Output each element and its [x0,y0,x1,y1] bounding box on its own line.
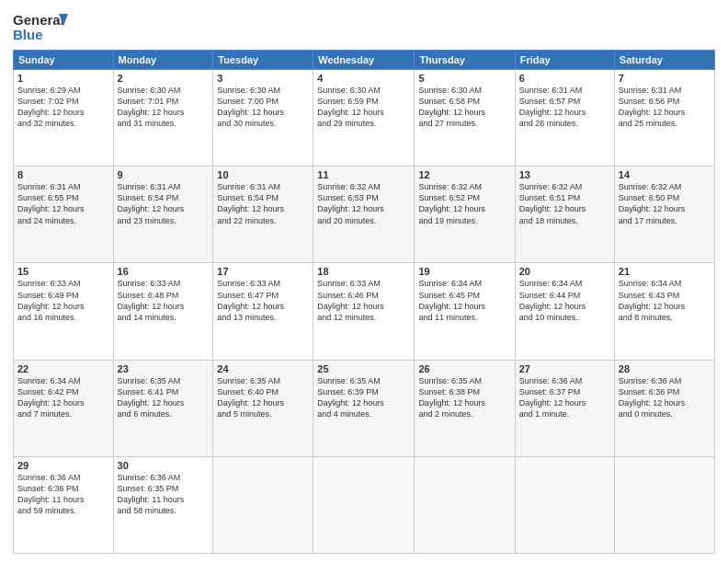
day-info: Sunrise: 6:32 AM Sunset: 6:52 PM Dayligh… [418,181,510,226]
day-info: Sunrise: 6:36 AM Sunset: 6:35 PM Dayligh… [118,472,210,517]
day-cell: 16Sunrise: 6:33 AM Sunset: 6:48 PM Dayli… [113,263,213,360]
day-cell: 20Sunrise: 6:34 AM Sunset: 6:44 PM Dayli… [515,263,614,360]
day-info: Sunrise: 6:33 AM Sunset: 6:49 PM Dayligh… [17,278,109,323]
day-cell [415,456,515,553]
day-cell: 1Sunrise: 6:29 AM Sunset: 7:02 PM Daylig… [14,70,114,167]
day-info: Sunrise: 6:33 AM Sunset: 6:46 PM Dayligh… [317,278,410,323]
day-cell: 13Sunrise: 6:32 AM Sunset: 6:51 PM Dayli… [515,167,614,263]
day-number: 1 [17,73,109,84]
weekday-header-friday: Friday [515,51,614,70]
day-info: Sunrise: 6:35 AM Sunset: 6:38 PM Dayligh… [418,375,510,420]
day-info: Sunrise: 6:32 AM Sunset: 6:53 PM Dayligh… [317,181,410,226]
day-cell: 26Sunrise: 6:35 AM Sunset: 6:38 PM Dayli… [415,360,515,456]
day-cell: 28Sunrise: 6:36 AM Sunset: 6:36 PM Dayli… [614,360,714,456]
day-number: 15 [17,266,109,277]
day-number: 17 [217,266,309,277]
day-number: 5 [418,73,510,84]
day-info: Sunrise: 6:34 AM Sunset: 6:42 PM Dayligh… [17,375,109,420]
day-number: 2 [118,73,210,84]
day-info: Sunrise: 6:31 AM Sunset: 6:54 PM Dayligh… [118,181,210,226]
day-number: 12 [418,169,510,180]
day-cell: 12Sunrise: 6:32 AM Sunset: 6:52 PM Dayli… [415,167,515,263]
day-number: 8 [17,169,109,180]
day-number: 27 [519,363,610,374]
week-row-1: 1Sunrise: 6:29 AM Sunset: 7:02 PM Daylig… [14,70,715,167]
day-info: Sunrise: 6:33 AM Sunset: 6:47 PM Dayligh… [217,278,309,323]
day-number: 21 [619,266,711,277]
day-cell: 10Sunrise: 6:31 AM Sunset: 6:54 PM Dayli… [213,167,313,263]
day-cell: 22Sunrise: 6:34 AM Sunset: 6:42 PM Dayli… [14,360,114,456]
week-row-3: 15Sunrise: 6:33 AM Sunset: 6:49 PM Dayli… [14,263,715,360]
day-number: 26 [418,363,510,374]
day-info: Sunrise: 6:35 AM Sunset: 6:40 PM Dayligh… [217,375,309,420]
calendar-page: GeneralBlue SundayMondayTuesdayWednesday… [0,0,728,563]
day-cell: 18Sunrise: 6:33 AM Sunset: 6:46 PM Dayli… [313,263,415,360]
day-number: 3 [217,73,309,84]
svg-text:General: General [13,12,64,28]
day-number: 9 [118,169,210,180]
day-number: 4 [317,73,410,84]
day-info: Sunrise: 6:31 AM Sunset: 6:55 PM Dayligh… [17,181,109,226]
day-cell: 19Sunrise: 6:34 AM Sunset: 6:45 PM Dayli… [415,263,515,360]
weekday-header-sunday: Sunday [14,51,114,70]
day-number: 6 [519,73,610,84]
day-cell: 2Sunrise: 6:30 AM Sunset: 7:01 PM Daylig… [113,70,213,167]
day-info: Sunrise: 6:34 AM Sunset: 6:43 PM Dayligh… [619,278,711,323]
day-cell: 4Sunrise: 6:30 AM Sunset: 6:59 PM Daylig… [313,70,415,167]
day-number: 16 [118,266,210,277]
day-info: Sunrise: 6:31 AM Sunset: 6:54 PM Dayligh… [217,181,309,226]
day-cell: 15Sunrise: 6:33 AM Sunset: 6:49 PM Dayli… [14,263,114,360]
day-number: 22 [17,363,109,374]
day-info: Sunrise: 6:31 AM Sunset: 6:56 PM Dayligh… [619,85,711,130]
day-cell: 14Sunrise: 6:32 AM Sunset: 6:50 PM Dayli… [614,167,714,263]
day-info: Sunrise: 6:34 AM Sunset: 6:44 PM Dayligh… [519,278,610,323]
day-number: 13 [519,169,610,180]
day-number: 18 [317,266,410,277]
weekday-header-row: SundayMondayTuesdayWednesdayThursdayFrid… [14,51,715,70]
calendar-table: SundayMondayTuesdayWednesdayThursdayFrid… [13,50,715,554]
logo: GeneralBlue [13,9,68,44]
day-number: 29 [17,460,109,471]
day-cell: 25Sunrise: 6:35 AM Sunset: 6:39 PM Dayli… [313,360,415,456]
logo-svg: GeneralBlue [13,9,68,44]
day-info: Sunrise: 6:33 AM Sunset: 6:48 PM Dayligh… [118,278,210,323]
day-cell: 23Sunrise: 6:35 AM Sunset: 6:41 PM Dayli… [113,360,213,456]
day-cell: 7Sunrise: 6:31 AM Sunset: 6:56 PM Daylig… [614,70,714,167]
day-cell: 17Sunrise: 6:33 AM Sunset: 6:47 PM Dayli… [213,263,313,360]
day-number: 7 [619,73,711,84]
day-info: Sunrise: 6:36 AM Sunset: 6:36 PM Dayligh… [17,472,109,517]
day-info: Sunrise: 6:30 AM Sunset: 7:00 PM Dayligh… [217,85,309,130]
day-info: Sunrise: 6:29 AM Sunset: 7:02 PM Dayligh… [17,85,109,130]
day-number: 28 [619,363,711,374]
day-cell [213,456,313,553]
day-cell: 5Sunrise: 6:30 AM Sunset: 6:58 PM Daylig… [415,70,515,167]
day-cell: 9Sunrise: 6:31 AM Sunset: 6:54 PM Daylig… [113,167,213,263]
week-row-5: 29Sunrise: 6:36 AM Sunset: 6:36 PM Dayli… [14,456,715,553]
day-number: 10 [217,169,309,180]
day-info: Sunrise: 6:34 AM Sunset: 6:45 PM Dayligh… [418,278,510,323]
day-cell [313,456,415,553]
day-info: Sunrise: 6:36 AM Sunset: 6:36 PM Dayligh… [619,375,711,420]
day-cell: 6Sunrise: 6:31 AM Sunset: 6:57 PM Daylig… [515,70,614,167]
week-row-2: 8Sunrise: 6:31 AM Sunset: 6:55 PM Daylig… [14,167,715,263]
day-info: Sunrise: 6:30 AM Sunset: 6:58 PM Dayligh… [418,85,510,130]
day-number: 23 [118,363,210,374]
day-info: Sunrise: 6:32 AM Sunset: 6:51 PM Dayligh… [519,181,610,226]
week-row-4: 22Sunrise: 6:34 AM Sunset: 6:42 PM Dayli… [14,360,715,456]
day-number: 14 [619,169,711,180]
header: GeneralBlue [13,9,715,44]
day-info: Sunrise: 6:31 AM Sunset: 6:57 PM Dayligh… [519,85,610,130]
day-number: 25 [317,363,410,374]
day-info: Sunrise: 6:35 AM Sunset: 6:41 PM Dayligh… [118,375,210,420]
day-info: Sunrise: 6:32 AM Sunset: 6:50 PM Dayligh… [619,181,711,226]
svg-text:Blue: Blue [13,27,43,42]
day-cell [614,456,714,553]
weekday-header-wednesday: Wednesday [313,51,415,70]
day-cell: 27Sunrise: 6:36 AM Sunset: 6:37 PM Dayli… [515,360,614,456]
day-cell: 11Sunrise: 6:32 AM Sunset: 6:53 PM Dayli… [313,167,415,263]
day-cell: 29Sunrise: 6:36 AM Sunset: 6:36 PM Dayli… [14,456,114,553]
day-info: Sunrise: 6:35 AM Sunset: 6:39 PM Dayligh… [317,375,410,420]
weekday-header-thursday: Thursday [415,51,515,70]
weekday-header-monday: Monday [113,51,213,70]
day-number: 24 [217,363,309,374]
